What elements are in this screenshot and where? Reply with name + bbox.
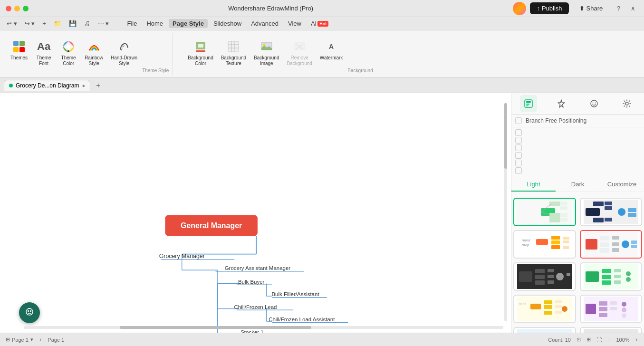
remove-bg-button[interactable]: RemoveBackground [284, 37, 315, 68]
menu-advanced[interactable]: Advanced [247, 19, 282, 28]
user-avatar[interactable] [513, 2, 526, 15]
svg-rect-113 [535, 269, 545, 273]
publish-icon: ↑ [537, 5, 540, 12]
print-button[interactable]: 🖨 [81, 19, 93, 29]
tab-customize[interactable]: Customize [600, 178, 644, 192]
svg-rect-93 [536, 239, 548, 245]
tab-close-button[interactable]: ● [82, 83, 85, 88]
themes-label: Themes [10, 55, 28, 61]
zoom-fit-button[interactable]: ⊞ [586, 336, 591, 343]
bg-color-button[interactable]: BackgroundColor [185, 37, 216, 68]
panel-icon-emoji[interactable] [586, 95, 603, 112]
svg-point-130 [626, 277, 631, 282]
checkbox-3[interactable] [515, 137, 522, 144]
theme-card-9[interactable]: ⊞ items ⊞ items [513, 327, 576, 333]
minimize-button[interactable] [14, 6, 20, 11]
help-button[interactable]: ? [613, 4, 624, 13]
panel-icon-settings[interactable] [618, 95, 635, 112]
svg-rect-134 [544, 300, 552, 304]
svg-rect-125 [602, 280, 611, 285]
save-button[interactable]: 💾 [66, 19, 79, 29]
undo-button[interactable]: ↩ ▾ [4, 19, 20, 29]
statusbar: ⊞ Page 1 ▾ + Page 1 Count: 10 ⊡ ⊞ ⛶ − 10… [0, 333, 644, 346]
theme-card-3[interactable]: mind map [513, 230, 576, 259]
add-tab-button[interactable]: + [92, 79, 104, 92]
checkbox-2[interactable] [515, 129, 522, 136]
theme-card-2[interactable] [580, 198, 643, 226]
rainbow-style-button[interactable]: RainbowStyle [82, 37, 106, 68]
checkbox-7[interactable] [515, 167, 522, 174]
themes-button[interactable]: Themes [8, 37, 30, 63]
vertical-scrollbar[interactable] [504, 103, 507, 321]
theme-card-1[interactable] [513, 198, 576, 226]
checkbox-5[interactable] [515, 152, 522, 159]
checkbox-6[interactable] [515, 160, 522, 166]
theme-style-section: Themes Aa ThemeFont ThemeColor [4, 33, 173, 75]
svg-point-149 [622, 308, 626, 312]
checkbox-4[interactable] [515, 144, 522, 151]
bg-image-button[interactable]: BackgroundImage [251, 37, 282, 68]
hand-drawn-button[interactable]: Hand-DrawnStyle [108, 37, 140, 68]
svg-rect-110 [631, 245, 637, 248]
theme-card-5[interactable] [513, 262, 576, 291]
bg-texture-button[interactable]: BackgroundTexture [218, 37, 249, 68]
theme-card-4[interactable] [580, 230, 643, 259]
svg-rect-105 [612, 236, 619, 240]
menu-ai[interactable]: AI Hot [307, 19, 332, 28]
svg-text:General Manager: General Manager [181, 221, 242, 230]
svg-point-108 [622, 240, 629, 248]
open-file-button[interactable]: 📁 [51, 19, 64, 29]
menu-slideshow[interactable]: Slideshow [210, 19, 245, 28]
redo-button[interactable]: ↪ ▾ [22, 19, 38, 29]
menu-file[interactable]: File [123, 19, 141, 28]
menu-view[interactable]: View [284, 19, 305, 28]
menu-home[interactable]: Home [143, 19, 167, 28]
more-options-button[interactable]: ⋯ ▾ [95, 19, 112, 29]
theme-card-8[interactable] [580, 295, 643, 323]
zoom-in-button[interactable]: + [635, 337, 638, 343]
add-page-button[interactable]: + [39, 19, 49, 29]
svg-rect-98 [563, 240, 569, 243]
horizontal-scrollbar[interactable] [24, 326, 503, 329]
share-icon: ⬆ [579, 5, 585, 12]
theme-card-10[interactable] [580, 327, 643, 333]
watermark-button[interactable]: A Watermark [317, 37, 346, 63]
svg-point-66 [592, 103, 593, 104]
svg-rect-6 [67, 50, 69, 52]
fullscreen-button[interactable]: ⛶ [596, 337, 602, 343]
svg-rect-84 [605, 202, 612, 205]
tab-dark[interactable]: Dark [556, 178, 600, 192]
theme-font-icon: Aa [36, 39, 51, 54]
background-section: BackgroundColor BackgroundTexture [181, 33, 376, 75]
canvas[interactable]: General Manager Grocery Manager Grocery … [0, 93, 511, 333]
share-button[interactable]: ⬆ Share [573, 2, 610, 14]
theme-font-button[interactable]: Aa ThemeFont [32, 37, 55, 68]
fit-view-button[interactable]: ⊡ [577, 336, 581, 343]
menu-page-style[interactable]: Page Style [169, 19, 208, 28]
page-name-tab[interactable]: Page 1 [48, 337, 64, 343]
publish-button[interactable]: ↑ Publish [530, 2, 568, 14]
zoom-out-button[interactable]: − [607, 337, 610, 343]
svg-rect-96 [551, 245, 560, 249]
svg-rect-97 [563, 237, 569, 240]
panel-icon-style[interactable] [520, 95, 537, 112]
maximize-button[interactable] [23, 6, 29, 11]
close-button[interactable] [6, 6, 11, 11]
svg-rect-94 [551, 236, 560, 240]
tab-grocery-diagram[interactable]: Grocery De...on Diagram ● [4, 80, 90, 91]
ai-assistant-button[interactable] [19, 302, 40, 323]
collapse-button[interactable]: ∧ [628, 3, 638, 13]
theme-color-button[interactable]: ThemeColor [57, 37, 80, 68]
svg-rect-137 [555, 300, 562, 303]
theme-card-7[interactable]: mind [513, 295, 576, 323]
panel-icon-sparkle[interactable] [553, 95, 570, 112]
tab-light[interactable]: Light [511, 178, 556, 192]
svg-rect-1 [19, 41, 25, 46]
branch-positioning-checkbox[interactable] [515, 117, 522, 124]
window-controls[interactable] [6, 6, 29, 11]
svg-rect-0 [13, 41, 19, 46]
theme-card-6[interactable] [580, 262, 643, 291]
page-indicator[interactable]: ⊞ Page 1 ▾ [6, 336, 33, 343]
theme-color-icon [61, 39, 76, 54]
add-page-status-button[interactable]: + [39, 337, 42, 343]
